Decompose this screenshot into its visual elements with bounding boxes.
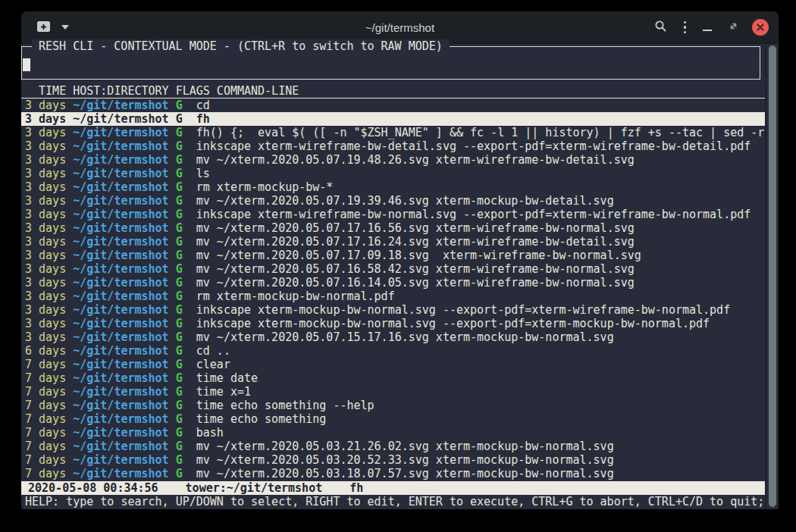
row-flags: G xyxy=(176,344,196,358)
terminal-screen: RESH CLI - CONTEXTUAL MODE - (CTRL+R to … xyxy=(21,44,779,509)
row-command: inkscape xterm-mockup-bw-normal.svg --ex… xyxy=(196,317,710,330)
history-row[interactable]: 3 days ~/git/termshot G mv ~/xterm.2020.… xyxy=(21,262,766,276)
row-time: 3 days xyxy=(25,330,73,344)
row-host: ~/git/termshot xyxy=(73,139,175,153)
row-host: ~/git/termshot xyxy=(73,453,175,467)
history-row[interactable]: 3 days ~/git/termshot G mv ~/xterm.2020.… xyxy=(21,330,766,344)
history-row[interactable]: 3 days ~/git/termshot G ls xyxy=(21,167,766,180)
history-row[interactable]: 7 days ~/git/termshot G time date xyxy=(21,371,766,385)
history-row[interactable]: 3 days ~/git/termshot G rm xterm-mockup-… xyxy=(21,180,766,194)
history-row[interactable]: 3 days ~/git/termshot G mv ~/xterm.2020.… xyxy=(21,194,766,208)
history-row[interactable]: 7 days ~/git/termshot G clear xyxy=(21,358,766,371)
close-button[interactable] xyxy=(752,19,769,36)
history-row[interactable]: 3 days ~/git/termshot G fh xyxy=(21,112,766,126)
terminal-menu-button[interactable] xyxy=(58,22,72,33)
kebab-menu-icon xyxy=(684,21,687,34)
row-flags: G xyxy=(176,317,196,330)
row-time: 3 days xyxy=(25,303,73,317)
scrollbar-track[interactable] xyxy=(765,44,779,509)
row-time: 7 days xyxy=(25,440,73,453)
resh-mode-title: RESH CLI - CONTEXTUAL MODE - (CTRL+R to … xyxy=(32,39,450,53)
row-host: ~/git/termshot xyxy=(73,112,175,126)
row-time: 3 days xyxy=(25,289,73,303)
row-host: ~/git/termshot xyxy=(73,467,175,480)
row-time: 3 days xyxy=(25,126,73,139)
row-time: 3 days xyxy=(25,262,73,276)
chevron-down-icon xyxy=(61,25,69,30)
history-row[interactable]: 3 days ~/git/termshot G inkscape xterm-w… xyxy=(21,208,766,221)
row-command: mv ~/xterm.2020.05.07.17.09.18.svg xterm… xyxy=(196,249,641,262)
row-time: 3 days xyxy=(25,208,73,221)
row-command: mv ~/xterm.2020.05.07.15.17.16.svg xterm… xyxy=(196,330,614,344)
row-flags: G xyxy=(176,399,196,412)
row-time: 7 days xyxy=(25,426,73,440)
history-row[interactable]: 3 days ~/git/termshot G mv ~/xterm.2020.… xyxy=(21,249,766,262)
history-row[interactable]: 3 days ~/git/termshot G inkscape xterm-w… xyxy=(21,139,766,153)
status-bar: 2020-05-08 00:34:56tower:~/git/termshotf… xyxy=(21,481,766,495)
history-table-header: TIME HOST:DIRECTORY FLAGS COMMAND-LINE xyxy=(21,84,766,99)
row-time: 3 days xyxy=(25,139,73,153)
history-row[interactable]: 3 days ~/git/termshot G inkscape xterm-m… xyxy=(21,317,766,330)
row-flags: G xyxy=(176,440,196,453)
history-row[interactable]: 7 days ~/git/termshot G time echo someth… xyxy=(21,399,766,412)
row-time: 3 days xyxy=(25,235,73,249)
history-row[interactable]: 3 days ~/git/termshot G mv ~/xterm.2020.… xyxy=(21,221,766,235)
row-flags: G xyxy=(176,249,196,262)
restore-icon xyxy=(729,21,738,33)
search-button[interactable] xyxy=(651,17,670,38)
history-row[interactable]: 7 days ~/git/termshot G time echo someth… xyxy=(21,412,766,426)
scrollbar-thumb[interactable] xyxy=(769,45,776,507)
row-time: 7 days xyxy=(25,412,73,426)
history-list: 3 days ~/git/termshot G cd3 days ~/git/t… xyxy=(25,99,766,480)
row-host: ~/git/termshot xyxy=(73,344,175,358)
history-row[interactable]: 3 days ~/git/termshot G mv ~/xterm.2020.… xyxy=(21,276,766,289)
row-command: cd .. xyxy=(196,344,230,358)
history-row[interactable]: 3 days ~/git/termshot G mv ~/xterm.2020.… xyxy=(21,153,766,167)
row-host: ~/git/termshot xyxy=(73,426,175,440)
row-command: cd xyxy=(196,99,210,112)
history-row[interactable]: 3 days ~/git/termshot G rm xterm-mockup-… xyxy=(21,289,766,303)
row-host: ~/git/termshot xyxy=(73,262,175,276)
row-flags: G xyxy=(176,426,196,440)
row-host: ~/git/termshot xyxy=(73,221,175,235)
history-row[interactable]: 3 days ~/git/termshot G mv ~/xterm.2020.… xyxy=(21,235,766,249)
status-location: tower:~/git/termshot xyxy=(186,481,323,495)
row-command: inkscape xterm-wireframe-bw-detail.svg -… xyxy=(196,139,751,153)
history-row[interactable]: 6 days ~/git/termshot G cd .. xyxy=(21,344,766,358)
minimize-icon xyxy=(703,30,712,31)
row-flags: G xyxy=(176,112,196,126)
row-command: fh xyxy=(196,112,210,126)
history-row[interactable]: 7 days ~/git/termshot G mv ~/xterm.2020.… xyxy=(21,440,766,453)
restore-button[interactable] xyxy=(725,18,741,36)
row-command: ls xyxy=(196,167,210,180)
row-time: 3 days xyxy=(25,153,73,167)
window-menu-button[interactable] xyxy=(681,18,690,37)
history-row[interactable]: 3 days ~/git/termshot G cd xyxy=(21,99,766,112)
row-command: time date xyxy=(196,371,258,385)
history-row[interactable]: 7 days ~/git/termshot G bash xyxy=(21,426,766,440)
resh-search-box[interactable]: RESH CLI - CONTEXTUAL MODE - (CTRL+R to … xyxy=(21,46,760,80)
row-time: 3 days xyxy=(25,180,73,194)
row-flags: G xyxy=(176,371,196,385)
row-flags: G xyxy=(176,358,196,371)
row-host: ~/git/termshot xyxy=(73,385,175,399)
row-flags: G xyxy=(176,412,196,426)
new-terminal-button[interactable] xyxy=(33,17,54,38)
minimize-button[interactable] xyxy=(700,20,715,34)
row-command: mv ~/xterm.2020.05.03.18.07.57.svg xterm… xyxy=(196,467,614,480)
history-row[interactable]: 3 days ~/git/termshot G fh() {; eval $( … xyxy=(21,126,766,139)
row-flags: G xyxy=(176,180,196,194)
row-flags: G xyxy=(176,139,196,153)
row-host: ~/git/termshot xyxy=(73,208,175,221)
row-flags: G xyxy=(176,289,196,303)
text-cursor xyxy=(23,58,30,71)
row-flags: G xyxy=(176,303,196,317)
history-row[interactable]: 7 days ~/git/termshot G mv ~/xterm.2020.… xyxy=(21,453,766,467)
row-host: ~/git/termshot xyxy=(73,194,175,208)
row-host: ~/git/termshot xyxy=(73,303,175,317)
history-row[interactable]: 7 days ~/git/termshot G mv ~/xterm.2020.… xyxy=(21,467,766,480)
history-row[interactable]: 3 days ~/git/termshot G inkscape xterm-m… xyxy=(21,303,766,317)
row-time: 7 days xyxy=(25,399,73,412)
history-row[interactable]: 7 days ~/git/termshot G time x=1 xyxy=(21,385,766,399)
row-command: mv ~/xterm.2020.05.07.17.16.24.svg xterm… xyxy=(196,235,635,249)
